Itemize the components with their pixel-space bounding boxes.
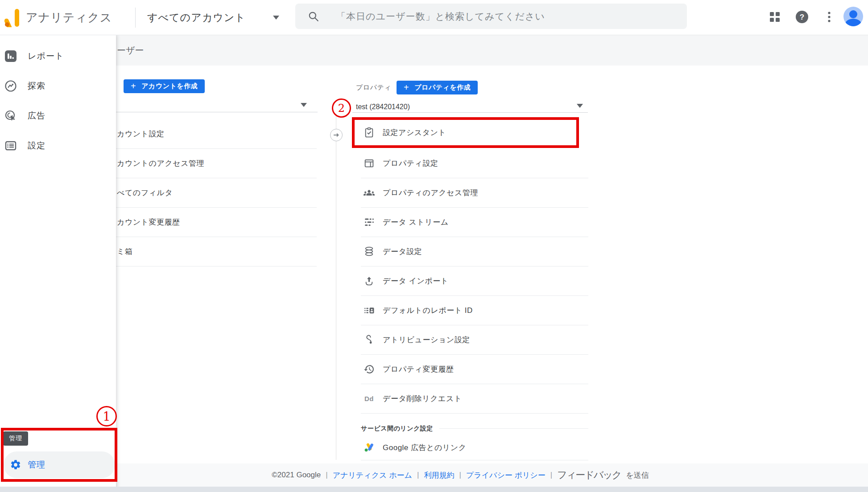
people-icon — [364, 187, 375, 198]
divider — [361, 384, 588, 384]
product-links-section-header: サービス間のリンク設定 — [361, 422, 433, 435]
app-header: アナリティクス すべてのアカウント 「本日のユーザー数」と検索してみてください … — [0, 0, 868, 35]
property-item-access[interactable]: プロパティのアクセス管理 — [352, 178, 588, 207]
plus-icon: + — [404, 82, 409, 93]
divider — [361, 325, 588, 325]
property-item-attribution[interactable]: アトリビューション設定 — [352, 325, 588, 354]
create-account-button[interactable]: + アカウントを作成 — [124, 79, 205, 93]
property-selector-value[interactable]: test (284201420) — [356, 103, 410, 111]
search-placeholder: 「本日のユーザー数」と検索してみてください — [336, 10, 545, 23]
divider — [361, 413, 588, 414]
divider — [361, 460, 588, 460]
divider — [361, 237, 588, 237]
column-divider — [336, 114, 336, 460]
send-feedback-suffix[interactable]: を送信 — [626, 470, 649, 480]
apps-grid-icon[interactable] — [768, 10, 782, 24]
ads-target-icon — [4, 110, 17, 122]
property-window-icon — [364, 158, 375, 169]
account-item-filters[interactable]: べてのフィルタ — [116, 178, 318, 207]
property-selector-underline — [352, 112, 588, 113]
divider — [361, 266, 588, 266]
divider — [116, 207, 317, 208]
account-item-history[interactable]: カウント変更履歴 — [116, 207, 318, 237]
footer-pipe: | — [459, 471, 461, 480]
annotation-step-1-circle: 1 — [96, 406, 117, 426]
sidebar-item-reports[interactable]: レポート — [0, 45, 116, 68]
settings-list-icon — [4, 139, 17, 152]
bar-chart-icon — [4, 50, 17, 62]
search-icon — [308, 11, 319, 22]
footer-links: ©2021 Google | アナリティクス ホーム | 利用規約 | プライバ… — [117, 463, 804, 487]
plus-icon: + — [131, 81, 136, 91]
header-divider — [135, 8, 136, 28]
footer-pipe: | — [326, 471, 327, 480]
footer-pipe: | — [550, 471, 552, 480]
divider — [361, 354, 588, 355]
divider — [116, 266, 317, 266]
help-icon[interactable]: ? — [795, 10, 809, 24]
property-dropdown-caret-icon[interactable] — [577, 104, 583, 108]
data-stream-icon — [364, 217, 375, 228]
explore-icon — [4, 80, 17, 92]
app-title: アナリティクス — [26, 0, 112, 35]
kebab-menu-icon[interactable] — [822, 10, 836, 24]
dd-text-icon: Dd — [364, 393, 375, 404]
property-item-settings[interactable]: プロパティ設定 — [352, 148, 588, 178]
report-id-icon — [364, 305, 375, 316]
account-selector-caret-icon[interactable] — [273, 16, 279, 20]
breadcrumb: ーザー — [116, 35, 868, 66]
divider — [116, 178, 317, 178]
property-item-google-ads-link[interactable]: Google 広告とのリンク — [352, 433, 588, 462]
history-icon — [364, 364, 375, 375]
property-item-data-settings[interactable]: データ設定 — [352, 237, 588, 266]
annotation-step-2-circle: 2 — [332, 98, 351, 118]
account-item-trash[interactable]: ミ箱 — [116, 237, 318, 266]
privacy-policy-link[interactable]: プライバシー ポリシー — [466, 470, 546, 480]
avatar-body — [845, 19, 861, 26]
terms-link[interactable]: 利用規約 — [424, 470, 454, 480]
ga-admin-page: アナリティクス すべてのアカウント 「本日のユーザー数」と検索してみてください … — [0, 0, 868, 492]
google-ads-icon — [364, 442, 375, 453]
bottom-strip — [0, 487, 868, 492]
divider — [361, 295, 588, 296]
svg-text:?: ? — [800, 13, 804, 21]
sidebar-item-advertising[interactable]: 広告 — [0, 104, 116, 127]
property-column-label: プロパティ — [356, 83, 391, 92]
account-dropdown-caret-icon[interactable] — [301, 103, 307, 107]
property-item-change-history[interactable]: プロパティ変更履歴 — [352, 354, 588, 384]
annotation-step-1-box — [1, 428, 117, 482]
nav-drawer: レポート 探索 広告 — [0, 35, 116, 492]
divider — [361, 178, 588, 178]
attribution-icon — [364, 334, 375, 345]
search-input[interactable]: 「本日のユーザー数」と検索してみてください — [295, 4, 687, 29]
section-header-rule — [439, 428, 588, 429]
annotation-step-2-box — [352, 117, 579, 148]
avatar-head — [849, 10, 857, 18]
send-feedback-link[interactable]: フィードバック — [557, 468, 621, 482]
divider — [361, 207, 588, 208]
sidebar-item-explore[interactable]: 探索 — [0, 74, 116, 98]
property-item-default-report-id[interactable]: デフォルトのレポート ID — [352, 295, 588, 325]
arrow-right-icon — [330, 129, 343, 141]
property-item-data-import[interactable]: データ インポート — [352, 266, 588, 295]
account-selector[interactable]: すべてのアカウント — [147, 0, 246, 35]
account-item-settings[interactable]: カウント設定 — [116, 119, 318, 148]
create-property-button[interactable]: + プロパティを作成 — [397, 81, 478, 94]
divider — [116, 148, 317, 149]
upload-icon — [364, 275, 375, 287]
account-item-access[interactable]: カウントのアクセス管理 — [116, 148, 318, 178]
footer-pipe: | — [417, 471, 419, 480]
google-analytics-logo-icon — [4, 8, 20, 27]
divider — [116, 237, 317, 237]
account-selector-underline — [116, 112, 318, 112]
copyright-text: ©2021 Google — [272, 471, 321, 480]
account-avatar[interactable] — [843, 7, 863, 26]
breadcrumb-fragment: ーザー — [117, 45, 144, 57]
sidebar-item-configure[interactable]: 設定 — [0, 134, 116, 157]
property-item-data-streams[interactable]: データ ストリーム — [352, 207, 588, 237]
analytics-home-link[interactable]: アナリティクス ホーム — [333, 470, 412, 480]
database-icon — [364, 246, 375, 257]
property-item-data-deletion[interactable]: Dd データ削除リクエスト — [352, 384, 588, 413]
